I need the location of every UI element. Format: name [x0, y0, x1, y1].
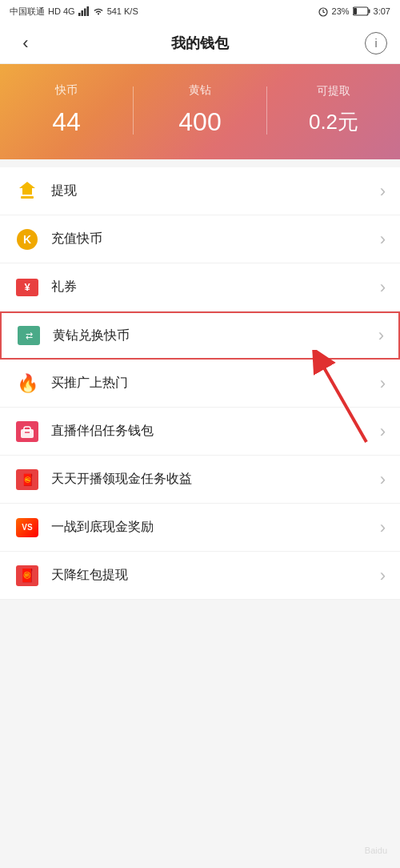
exchange-label: 黄钻兑换快币 — [53, 328, 378, 344]
menu-item-battle[interactable]: VS 一战到底现金奖励 — [0, 504, 400, 552]
status-left: 中国联通 HD 4G 541 K/S — [10, 6, 138, 18]
promo-icon: 🔥 — [14, 371, 40, 396]
exchange-icon: ⇄ — [16, 323, 42, 348]
withdrawable-value: 0.2元 — [309, 108, 358, 136]
withdraw-icon — [14, 179, 40, 204]
recharge-chevron — [380, 229, 386, 250]
menu-item-daily[interactable]: 🧧 天天开播领现金任务收益 — [0, 456, 400, 504]
battery-text: 23% — [332, 6, 350, 16]
wallet-col-kuaibi: 快币 44 — [0, 83, 133, 137]
alarm-icon — [318, 6, 329, 17]
promo-label: 买推广上热门 — [51, 375, 380, 392]
watermark: Baidu — [365, 846, 387, 855]
coupon-icon: ¥ — [14, 275, 40, 300]
svg-rect-3 — [86, 6, 89, 16]
huangzuan-label: 黄钻 — [189, 83, 211, 98]
signal-icon — [78, 6, 90, 16]
redpacket-icon: 🧧 — [14, 563, 40, 589]
battle-chevron — [380, 517, 386, 538]
signal-text: HD 4G — [48, 6, 75, 16]
svg-rect-8 — [354, 8, 357, 14]
info-icon: i — [374, 37, 377, 50]
speed-text: 541 K/S — [107, 6, 138, 16]
redpacket-chevron — [380, 565, 386, 586]
menu-item-promo[interactable]: 🔥 买推广上热门 — [0, 360, 400, 408]
battle-icon: VS — [14, 515, 40, 540]
menu-item-redpacket[interactable]: 🧧 天降红包提现 — [0, 552, 400, 600]
svg-rect-11 — [21, 196, 34, 199]
withdraw-label: 提现 — [51, 183, 380, 199]
huangzuan-value: 400 — [178, 107, 221, 137]
menu-item-exchange[interactable]: ⇄ 黄钻兑换快币 — [0, 311, 400, 360]
daily-icon: 🧧 — [14, 467, 40, 492]
coupon-chevron — [380, 277, 386, 298]
app-header: ‹ 我的钱包 i — [0, 22, 400, 64]
battery-icon — [353, 6, 370, 16]
exchange-chevron — [378, 325, 384, 346]
svg-rect-1 — [81, 10, 83, 16]
daily-chevron — [380, 469, 386, 490]
svg-rect-0 — [78, 13, 81, 16]
svg-rect-2 — [84, 9, 86, 17]
back-button[interactable]: ‹ — [13, 30, 38, 56]
svg-rect-9 — [368, 10, 370, 14]
promo-chevron — [380, 373, 386, 394]
livestream-icon — [14, 419, 40, 444]
wallet-col-huangzuan: 黄钻 400 — [134, 83, 266, 137]
status-bar: 中国联通 HD 4G 541 K/S 23% 3:07 — [0, 0, 400, 22]
menu-list: 提现 K 充值快币 ¥ 礼券 ⇄ 黄钻兑换快币 — [0, 167, 400, 600]
coupon-label: 礼券 — [51, 279, 380, 295]
carrier-text: 中国联通 — [10, 6, 45, 18]
status-right: 23% 3:07 — [318, 6, 390, 17]
battle-label: 一战到底现金奖励 — [51, 519, 380, 536]
menu-item-withdraw[interactable]: 提现 — [0, 167, 400, 215]
recharge-label: 充值快币 — [51, 231, 380, 247]
menu-item-coupon[interactable]: ¥ 礼券 — [0, 263, 400, 311]
livestream-chevron — [380, 421, 386, 442]
wallet-col-withdrawable: 可提取 0.2元 — [267, 84, 400, 136]
wifi-icon — [93, 6, 104, 16]
svg-marker-10 — [19, 182, 35, 195]
redpacket-label: 天降红包提现 — [51, 567, 380, 584]
recharge-icon: K — [14, 227, 40, 252]
wallet-banner: 快币 44 黄钻 400 可提取 0.2元 — [0, 64, 400, 159]
info-button[interactable]: i — [365, 32, 387, 54]
svg-rect-15 — [24, 427, 30, 431]
kuaibi-value: 44 — [52, 107, 81, 137]
kuaibi-label: 快币 — [55, 83, 78, 98]
time-text: 3:07 — [374, 6, 390, 16]
daily-label: 天天开播领现金任务收益 — [51, 471, 380, 488]
withdraw-chevron — [380, 181, 386, 202]
page-title: 我的钱包 — [171, 34, 229, 53]
livestream-label: 直播伴侣任务钱包 — [51, 423, 380, 440]
withdrawable-label: 可提取 — [317, 84, 350, 98]
menu-item-livestream[interactable]: 直播伴侣任务钱包 — [0, 408, 400, 456]
menu-item-recharge[interactable]: K 充值快币 — [0, 215, 400, 263]
